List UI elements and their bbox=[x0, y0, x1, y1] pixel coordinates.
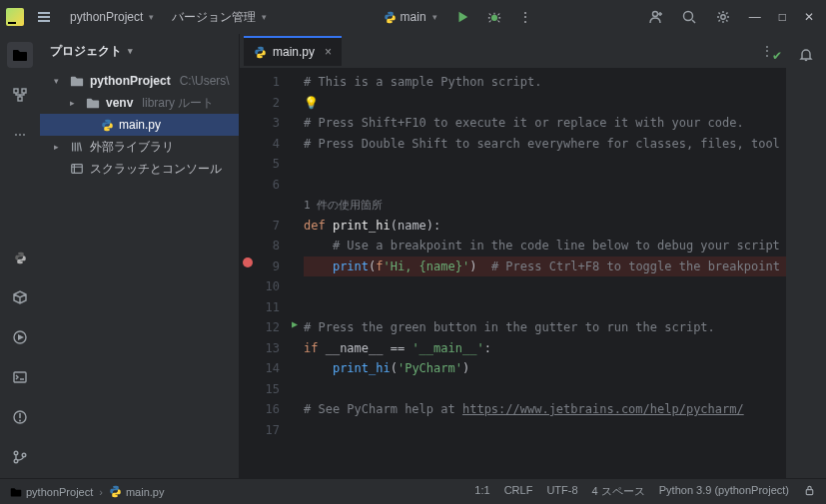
toolwindow-problems-button[interactable] bbox=[7, 404, 33, 430]
toolwindow-project-button[interactable] bbox=[7, 42, 33, 68]
tree-external-libs[interactable]: ▸ 外部ライブラリ bbox=[40, 136, 239, 158]
status-caret[interactable]: 1:1 bbox=[474, 484, 489, 499]
status-interpreter[interactable]: Python 3.9 (pythonProject) bbox=[659, 484, 789, 499]
right-toolstrip bbox=[786, 34, 826, 478]
run-gutter[interactable]: ▶ bbox=[286, 68, 304, 478]
settings-button[interactable] bbox=[709, 5, 737, 29]
editor-tabs: main.py × ⋮ bbox=[240, 34, 786, 68]
notifications-button[interactable] bbox=[793, 42, 819, 68]
readonly-lock-icon[interactable] bbox=[803, 484, 816, 499]
left-toolstrip: ⋯ bbox=[0, 34, 40, 478]
titlebar: pythonProject▾ バージョン管理▾ main▾ ⋮ — □ ✕ bbox=[0, 0, 826, 34]
search-everywhere-button[interactable] bbox=[675, 5, 703, 29]
tree-mainpy[interactable]: main.py bbox=[40, 114, 239, 136]
project-panel: プロジェクト▾ ▾ pythonProject C:\Users\ ▸ venv… bbox=[40, 34, 240, 478]
toolwindow-python-console-button[interactable] bbox=[7, 245, 33, 270]
line-number-gutter: 1 2 3 4 5 6 7 8 9 10 11 12 13 14 15 16 bbox=[256, 68, 286, 478]
pycharm-logo-icon bbox=[6, 8, 24, 26]
debug-button[interactable] bbox=[481, 6, 507, 28]
run-config-selector[interactable]: main▾ bbox=[378, 6, 443, 28]
navbar[interactable]: pythonProject › main.py bbox=[10, 485, 164, 498]
toolwindow-structure-button[interactable] bbox=[7, 82, 33, 108]
status-indent[interactable]: 4 スペース bbox=[592, 484, 645, 499]
project-selector[interactable]: pythonProject▾ bbox=[64, 6, 160, 28]
vcs-menu[interactable]: バージョン管理▾ bbox=[166, 5, 273, 30]
project-panel-header[interactable]: プロジェクト▾ bbox=[40, 34, 239, 68]
tab-mainpy[interactable]: main.py × bbox=[244, 36, 342, 66]
tree-venv[interactable]: ▸ venv library ルート bbox=[40, 92, 239, 114]
tab-close-icon[interactable]: × bbox=[325, 45, 332, 59]
statusbar: pythonProject › main.py 1:1 CRLF UTF-8 4… bbox=[0, 478, 826, 504]
project-tree: ▾ pythonProject C:\Users\ ▸ venv library… bbox=[40, 68, 239, 478]
main-menu-button[interactable] bbox=[30, 5, 58, 29]
code-with-me-button[interactable] bbox=[641, 5, 669, 29]
tree-scratches[interactable]: スクラッチとコンソール bbox=[40, 158, 239, 180]
code-editor[interactable]: 1 2 3 4 5 6 7 8 9 10 11 12 13 14 15 16 bbox=[240, 68, 786, 478]
toolwindow-vcs-button[interactable] bbox=[7, 444, 33, 470]
window-minimize[interactable]: — bbox=[743, 6, 767, 28]
inspection-ok-icon[interactable]: ✔ bbox=[772, 49, 782, 63]
toolwindow-terminal-button[interactable] bbox=[7, 364, 33, 390]
status-encoding[interactable]: UTF-8 bbox=[546, 484, 577, 499]
run-button[interactable] bbox=[449, 6, 475, 28]
breakpoint-gutter[interactable] bbox=[240, 68, 256, 478]
code-lines[interactable]: # This is a sample Python script. 💡 # Pr… bbox=[304, 68, 786, 478]
status-eol[interactable]: CRLF bbox=[504, 484, 533, 499]
window-maximize[interactable]: □ bbox=[773, 6, 792, 28]
tree-root[interactable]: ▾ pythonProject C:\Users\ bbox=[40, 70, 239, 92]
toolwindow-more-button[interactable]: ⋯ bbox=[7, 122, 33, 148]
more-run-button[interactable]: ⋮ bbox=[513, 6, 537, 28]
intention-bulb-icon[interactable]: 💡 bbox=[304, 96, 319, 110]
run-line-marker-icon[interactable]: ▶ bbox=[292, 318, 298, 329]
window-close[interactable]: ✕ bbox=[798, 6, 820, 28]
toolwindow-services-button[interactable] bbox=[7, 324, 33, 350]
usages-hint[interactable]: 1 件の使用箇所 bbox=[304, 198, 383, 213]
tab-label: main.py bbox=[273, 45, 315, 59]
breakpoint-icon[interactable] bbox=[243, 257, 253, 267]
toolwindow-packages-button[interactable] bbox=[7, 284, 33, 310]
